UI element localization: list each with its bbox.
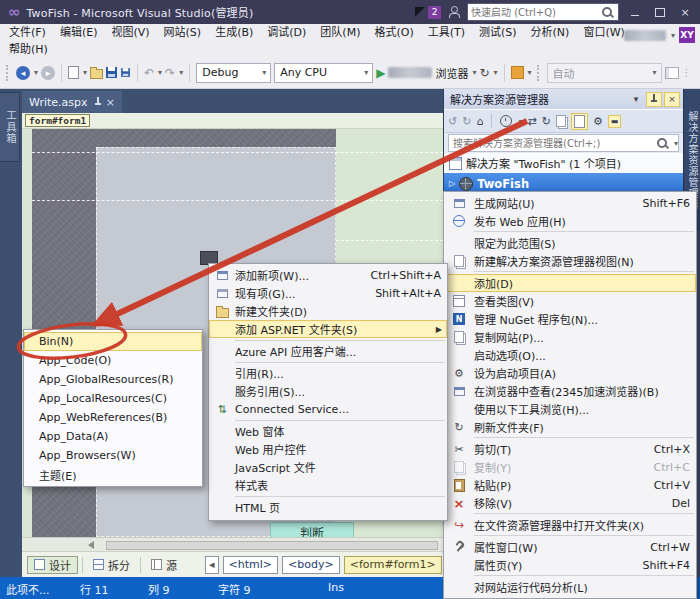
menu-view[interactable]: 视图(V) (104, 24, 156, 41)
menu-item-add-new-item[interactable]: 添加新项(W)... Ctrl+Shift+A (209, 266, 447, 284)
menu-item-service-reference[interactable]: 服务引用(S)... (209, 382, 447, 400)
menu-item-paste[interactable]: 粘贴(P) Ctrl+V (444, 476, 696, 494)
chevron-down-icon[interactable]: ▾ (83, 68, 87, 77)
toolbox-side-tab[interactable]: 工具箱 (0, 92, 20, 162)
menu-build[interactable]: 生成(B) (208, 24, 260, 41)
properties-gear-icon[interactable]: ⚙ (593, 115, 603, 128)
minimize-button[interactable] (626, 4, 644, 20)
menu-item-property-pages[interactable]: 属性页(Y) Shift+F4 (444, 556, 696, 574)
toolbar-grip[interactable] (537, 65, 542, 81)
tag-html[interactable]: <html> (223, 556, 279, 574)
scrollbar-thumb[interactable] (106, 541, 438, 550)
chevron-down-icon[interactable]: ▾ (518, 117, 522, 126)
solution-configurations-dropdown[interactable]: Debug ▾ (196, 63, 271, 83)
menu-item-run-code-analysis[interactable]: 对网站运行代码分析(L) (444, 578, 696, 596)
open-file-icon[interactable] (90, 69, 103, 79)
tag-body[interactable]: <body> (282, 556, 340, 574)
quick-launch-box[interactable] (467, 3, 619, 21)
tag-form[interactable]: <form#form1> (344, 556, 442, 574)
start-debugging-button[interactable]: ▶ 浏览器 ▾ (376, 65, 476, 81)
pin-icon[interactable] (94, 97, 100, 107)
view-mode-design[interactable]: 设计 (27, 556, 78, 574)
menu-file[interactable]: 文件(F) (2, 24, 53, 41)
toolbar-overflow-icon[interactable]: ⋮ (682, 67, 692, 78)
pending-changes-icon[interactable] (500, 115, 512, 127)
forward-icon[interactable]: ↻ (462, 115, 471, 128)
toolbar-grip[interactable] (6, 65, 11, 81)
close-button[interactable]: × (676, 4, 694, 20)
view-mode-source[interactable]: 源 (145, 556, 183, 574)
menu-item-cut[interactable]: ✂ 剪切(T) Ctrl+X (444, 440, 696, 458)
menu-item-view-class-diagram[interactable]: 查看类图(V) (444, 292, 696, 310)
document-tab[interactable]: Write.aspx × (22, 91, 122, 113)
menu-item-browse-with[interactable]: 使用以下工具浏览(H)... (444, 400, 696, 418)
chevron-down-icon[interactable]: ▾ (671, 31, 675, 40)
menu-item-existing-item[interactable]: 现有项(G)... Shift+Alt+A (209, 284, 447, 302)
save-all-icon[interactable] (121, 68, 130, 77)
menu-item-start-options[interactable]: 启动选项(O)... (444, 346, 696, 364)
view-mode-split[interactable]: 拆分 (87, 556, 136, 574)
menu-item-app-code[interactable]: App_Code(O) (24, 351, 202, 370)
navigate-back-button[interactable]: ◂ (16, 66, 30, 80)
menu-item-app-browsers[interactable]: App_Browsers(W) (24, 446, 202, 465)
menu-item-new-folder[interactable]: 新建文件夹(D) (209, 302, 447, 320)
quick-launch-input[interactable] (468, 7, 602, 18)
back-icon[interactable]: ↺ (448, 115, 457, 128)
design-judge-button[interactable]: 判断 (270, 522, 354, 537)
preview-selected-button-active[interactable]: ▬ (608, 115, 622, 128)
redo-icon[interactable]: ↷ (165, 66, 175, 80)
menu-item-view-in-browser[interactable]: 在浏览器中查看(2345加速浏览器)(B) (444, 382, 696, 400)
attach-tool-icon[interactable] (511, 66, 524, 79)
menu-help[interactable]: 帮助(H) (2, 41, 55, 58)
notification-count-badge[interactable]: 2 (428, 6, 441, 19)
menu-item-manage-nuget[interactable]: N 管理 NuGet 程序包(N)... (444, 310, 696, 328)
menu-item-app-localresources[interactable]: App_LocalResources(C) (24, 389, 202, 408)
undo-icon[interactable]: ↶ (144, 66, 154, 80)
chevron-down-icon[interactable]: ▾ (472, 68, 476, 77)
menu-item-copy-website[interactable]: 复制网站(P)... (444, 328, 696, 346)
solution-explorer-title-bar[interactable]: 解决方案资源管理器 ▾ × (444, 89, 683, 109)
chevron-down-icon[interactable]: ▾ (34, 68, 38, 77)
feedback-person-icon[interactable] (448, 6, 460, 18)
menu-item-reference[interactable]: 引用(R)... (209, 364, 447, 382)
tree-item-solution[interactable]: 解决方案 "TwoFish" (1 个项目) (444, 153, 683, 173)
save-icon[interactable] (106, 67, 117, 78)
new-file-icon[interactable] (68, 66, 79, 79)
expand-arrow-icon[interactable]: ▷ (449, 179, 455, 188)
account-avatar[interactable]: XY (679, 27, 695, 43)
close-tab-icon[interactable]: × (106, 96, 115, 109)
menu-item-add-aspnet-folder[interactable]: 添加 ASP.NET 文件夹(S) ▶ (209, 320, 447, 338)
menu-item-style-sheet[interactable]: 样式表 (209, 476, 447, 494)
menu-item-add[interactable]: 添加(D) (444, 274, 696, 292)
menu-item-connected-service[interactable]: ⇅ Connected Service... (209, 400, 447, 418)
home-icon[interactable]: ⌂ (476, 115, 483, 128)
menu-format[interactable]: 格式(O) (367, 24, 420, 41)
menu-item-properties-window[interactable]: 属性窗口(W) Ctrl+W (444, 538, 696, 556)
menu-team[interactable]: 团队(M) (313, 24, 367, 41)
maximize-button[interactable] (651, 4, 669, 20)
chevron-down-icon[interactable]: ▾ (528, 68, 532, 77)
menu-item-web-user-control[interactable]: Web 用户控件 (209, 440, 447, 458)
menu-item-html-page[interactable]: HTML 页 (209, 498, 447, 516)
menu-test[interactable]: 测试(S) (472, 24, 524, 41)
menu-item-app-globalresources[interactable]: App_GlobalResources(R) (24, 370, 202, 389)
collapse-all-icon[interactable] (556, 115, 566, 127)
notifications-flag-icon[interactable] (415, 7, 425, 17)
refresh-icon[interactable]: ↻ (542, 115, 551, 128)
close-panel-icon[interactable]: × (664, 92, 680, 107)
menu-item-bin[interactable]: Bin(N) (24, 332, 202, 351)
menu-item-theme[interactable]: 主题(E) (24, 465, 202, 484)
menu-edit[interactable]: 编辑(E) (53, 24, 105, 41)
menu-item-refresh-folder[interactable]: ↻ 刷新文件夹(F) (444, 418, 696, 436)
horizontal-scrollbar[interactable] (22, 537, 443, 551)
solution-search-box[interactable]: ▾ (448, 134, 679, 152)
menu-item-azure-api-client[interactable]: Azure API 应用客户端... (209, 342, 447, 360)
menu-item-app-data[interactable]: App_Data(A) (24, 427, 202, 446)
menu-analyze[interactable]: 分析(N) (524, 24, 577, 41)
menu-item-scope-to-this[interactable]: 限定为此范围(S) (444, 234, 696, 252)
menu-item-app-webreferences[interactable]: App_WebReferences(B) (24, 408, 202, 427)
menu-item-open-folder-in-explorer[interactable]: ↪ 在文件资源管理器中打开文件夹(X) (444, 516, 696, 534)
refresh-icon[interactable]: ↻ (479, 66, 489, 80)
navigate-forward-button[interactable]: ▸ (41, 66, 55, 80)
menu-item-publish-web-app[interactable]: 发布 Web 应用(H) (444, 212, 696, 230)
